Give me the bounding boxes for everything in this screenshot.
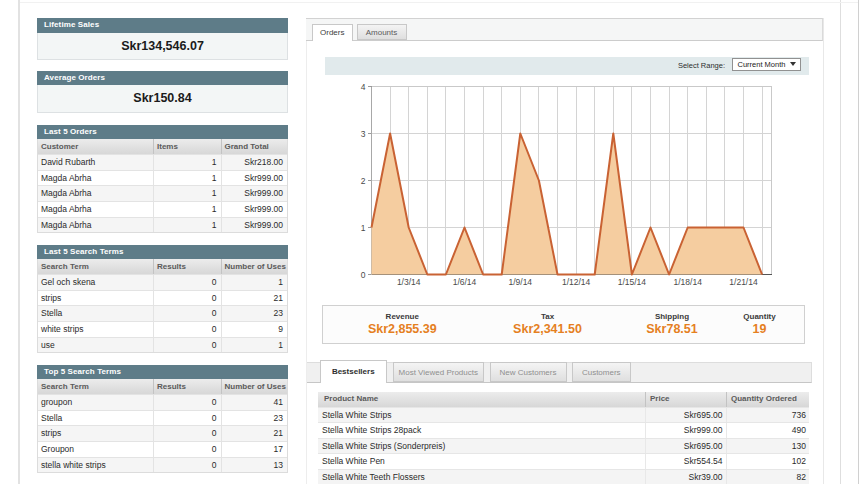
svg-text:1: 1: [361, 223, 366, 233]
svg-text:1/6/14: 1/6/14: [453, 277, 477, 287]
svg-text:1/12/14: 1/12/14: [562, 277, 591, 287]
svg-text:1/3/14: 1/3/14: [397, 277, 421, 287]
svg-text:1/9/14: 1/9/14: [508, 277, 532, 287]
svg-text:2: 2: [361, 176, 366, 186]
svg-text:4: 4: [361, 82, 366, 92]
svg-text:1/15/14: 1/15/14: [618, 277, 647, 287]
svg-text:3: 3: [361, 129, 366, 139]
svg-text:1/18/14: 1/18/14: [674, 277, 703, 287]
svg-text:1/21/14: 1/21/14: [729, 277, 758, 287]
svg-text:0: 0: [361, 270, 366, 280]
